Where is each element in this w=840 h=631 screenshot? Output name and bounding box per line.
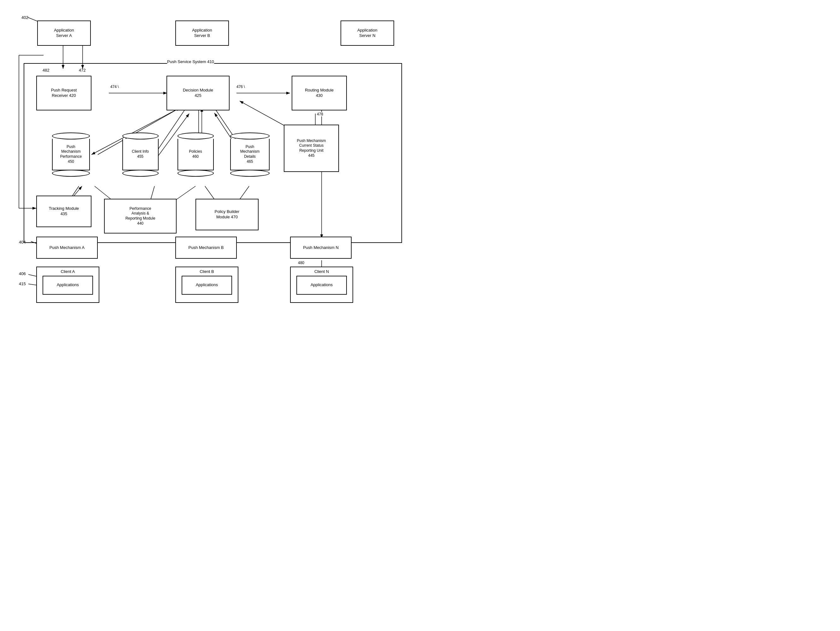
routing-module: Routing Module 430: [292, 76, 347, 111]
diagram: 402 482 472 Application Server A Applica…: [0, 0, 420, 315]
decision-module: Decision Module 425: [166, 76, 229, 111]
perf-analysis-module: Performance Analysis & Reporting Module …: [104, 199, 177, 234]
push-mech-details-db: Push Mechanism Details 465: [227, 133, 273, 177]
app-server-n: Application Server N: [341, 21, 394, 46]
ref-415: 415: [19, 281, 26, 286]
push-mech-a: Push Mechanism A: [36, 237, 98, 259]
app-server-a: Application Server A: [37, 21, 91, 46]
client-a-inner: Applications: [43, 276, 93, 295]
push-request-receiver: Push Request Receiver 420: [36, 76, 92, 111]
client-n-inner: Applications: [297, 276, 347, 295]
push-mech-performance-db: Push Mechanism Performance 450: [49, 133, 93, 177]
ref-406: 406: [19, 271, 26, 276]
tracking-module: Tracking Module 435: [36, 196, 92, 227]
client-a-outer: Client A Applications: [36, 267, 99, 303]
label-474: 474 \: [111, 85, 119, 89]
policy-builder-module: Policy Builder Module 470: [196, 199, 259, 230]
client-b-inner: Applications: [182, 276, 232, 295]
push-service-system-title: Push Service System 410: [167, 59, 214, 64]
client-info-db: Client Info 455: [120, 133, 161, 177]
app-server-b: Application Server B: [175, 21, 229, 46]
push-mech-status-unit: Push Mechanism Current Status Reporting …: [284, 125, 339, 172]
ref-402: 402: [21, 15, 28, 20]
push-mech-n: Push Mechanism N: [290, 237, 352, 259]
policies-db: Policies 460: [175, 133, 216, 177]
label-478: 478: [317, 112, 323, 116]
client-n-outer: Client N Applications: [290, 267, 353, 303]
label-480: 480: [298, 261, 304, 265]
ref-404: 404: [19, 240, 26, 245]
client-b-outer: Client B Applications: [175, 267, 238, 303]
label-476: 476 \: [237, 85, 245, 89]
push-mech-b: Push Mechanism B: [175, 237, 237, 259]
